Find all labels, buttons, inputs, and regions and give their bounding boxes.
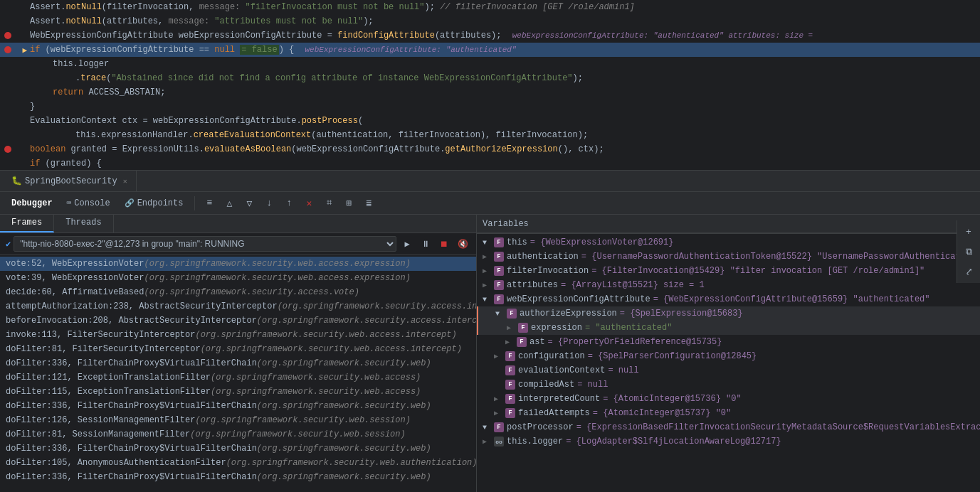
frame-item[interactable]: doFilter:105, AnonymousAuthenticationFil… [0, 456, 476, 470]
frame-class: (org.springframework.security.web) [257, 358, 431, 368]
threads-tab[interactable]: Threads [54, 215, 113, 232]
debugger-tab-button[interactable]: Debugger [6, 197, 58, 210]
step-down-button[interactable]: ▽ [241, 195, 258, 212]
frame-class: (org.springframework.security.access.int… [278, 301, 476, 311]
var-name: authentication [507, 252, 579, 262]
code-line-9: EvaluationContext ctx = webExpressionCon… [0, 114, 980, 128]
var-value: = null [577, 380, 608, 390]
var-icon: F [494, 237, 504, 247]
frame-item[interactable]: doFilter:336, FilterChainProxy$VirtualFi… [0, 442, 476, 456]
var-expression[interactable]: ▶ F expression = "authenticated" [477, 321, 980, 335]
frame-item[interactable]: vote:39, WebExpressionVoter (org.springf… [0, 271, 476, 285]
frame-item[interactable]: attemptAuthorization:238, AbstractSecuri… [0, 299, 476, 314]
expand-icon[interactable]: ▶ [483, 252, 494, 261]
expand-icon[interactable]: ▼ [483, 424, 494, 432]
var-logger[interactable]: ▶ oo this.logger = {LogAdapter$Slf4jLoca… [477, 434, 980, 449]
step-into-button[interactable]: ↓ [260, 195, 278, 212]
add-watch-button[interactable]: + [960, 223, 977, 240]
frame-name: doFilter:126, SessionManagementFilter [6, 415, 195, 425]
var-icon: F [518, 323, 528, 333]
var-interpreted-count[interactable]: ▶ F interpretedCount = {AtomicInteger@15… [477, 392, 980, 406]
evaluate-button[interactable]: ⌗ [320, 195, 337, 212]
var-web-expr-config[interactable]: ▼ F webExpressionConfigAttribute = {WebE… [477, 292, 980, 306]
more-button[interactable]: ≣ [360, 195, 377, 212]
expand-icon[interactable]: ▼ [495, 310, 507, 318]
code-content: .trace("Abstained since did not find a c… [24, 73, 980, 83]
expand-icon[interactable]: ▼ [483, 239, 494, 247]
bottom-panel: 🐛 SpringBootSecurity ✕ Debugger ⌨ Consol… [0, 171, 980, 492]
frame-item[interactable]: vote:52, WebExpressionVoter (org.springf… [0, 257, 476, 271]
var-post-processor[interactable]: ▼ F postProcessor = {ExpressionBasedFilt… [477, 420, 980, 434]
frames-tab[interactable]: Frames [0, 215, 54, 232]
var-authorize-expr[interactable]: ▼ F authorizeExpression = {SpelExpressio… [477, 306, 980, 321]
expand-icon[interactable]: ▶ [494, 352, 505, 360]
var-eval-ctx[interactable]: ▶ F evaluationContext = null [477, 363, 980, 378]
var-ast[interactable]: ▶ F ast = {PropertyOrFieldReference@1573… [477, 335, 980, 349]
var-value: = {AtomicInteger@15737} "0" [593, 408, 731, 418]
run-to-cursor[interactable]: ✕ [300, 195, 317, 212]
var-compiled-ast[interactable]: ▶ F compiledAst = null [477, 378, 980, 392]
expand-icon[interactable]: ▶ [483, 281, 494, 289]
expand-icon[interactable]: ▶ [483, 437, 494, 446]
frame-item[interactable]: doFilter:115, ExceptionTranslationFilter… [0, 385, 476, 399]
var-name: expression [531, 323, 582, 333]
frame-item[interactable]: doFilter:336, FilterChainProxy$VirtualFi… [0, 356, 476, 370]
code-content: if (webExpressionConfigAttribute == null… [24, 45, 980, 55]
thread-dropdown[interactable]: "http-nio-8080-exec-2"@12,273 in group "… [14, 236, 396, 252]
frame-class: (org.springframework.security.web.access… [211, 373, 421, 383]
frame-name: doFilter:81, SessionManagementFilter [6, 429, 190, 439]
code-line-4: ▶ if (webExpressionConfigAttribute == nu… [0, 43, 980, 57]
jump-to-source-button[interactable]: ⤤ [960, 263, 977, 280]
stop-button[interactable]: ⏹ [436, 236, 452, 252]
frame-class: (org.springframework.security.access.int… [257, 316, 476, 326]
frame-class: (org.springframework.security.web.sessio… [195, 415, 410, 425]
expand-icon[interactable]: ▶ [494, 409, 505, 417]
var-this[interactable]: ▼ F this = {WebExpressionVoter@12691} [477, 235, 980, 250]
copy-value-button[interactable]: ⧉ [960, 243, 977, 260]
var-icon: F [494, 294, 504, 304]
expand-icon[interactable]: ▼ [483, 296, 494, 304]
pause-button[interactable]: ⏸ [418, 236, 433, 252]
console-tab-button[interactable]: ⌨ Console [61, 197, 116, 210]
frame-item[interactable]: beforeInvocation:208, AbstractSecurityIn… [0, 314, 476, 328]
var-value: = {FilterInvocation@15429} "filter invoc… [591, 266, 924, 276]
endpoints-tab-button[interactable]: 🔗 Endpoints [119, 197, 189, 210]
step-out-button[interactable]: ↑ [280, 195, 297, 212]
var-name: ast [529, 337, 545, 347]
frame-item[interactable]: doFilter:121, ExceptionTranslationFilter… [0, 370, 476, 385]
var-attributes[interactable]: ▶ F attributes = {ArrayList@15521} size … [477, 278, 980, 292]
var-failed-attempts[interactable]: ▶ F failedAttempts = {AtomicInteger@1573… [477, 406, 980, 420]
frame-item[interactable]: doFilter:81, FilterSecurityInterceptor (… [0, 342, 476, 356]
expand-icon[interactable]: ▶ [483, 267, 494, 275]
expand-icon[interactable]: ▶ [494, 395, 505, 403]
frames-tabs: Frames Threads [0, 215, 476, 233]
frame-item[interactable]: doFilter:336, FilterChainProxy$VirtualFi… [0, 470, 476, 484]
code-content: Assert.notNull(attributes, message: "att… [24, 16, 980, 26]
var-authentication[interactable]: ▶ F authentication = {UsernamePasswordAu… [477, 250, 980, 264]
variables-panel: Variables + ⧉ ⤤ ▼ F this = {WebExpressio… [477, 215, 980, 492]
frame-class: (org.springframework.security.web.access… [201, 344, 462, 354]
var-configuration[interactable]: ▶ F configuration = {SpelParserConfigura… [477, 349, 980, 363]
settings-button[interactable]: ≡ [201, 195, 218, 212]
tab-debug[interactable]: 🐛 SpringBootSecurity ✕ [3, 171, 137, 191]
frame-name: doFilter:336, FilterChainProxy$VirtualFi… [6, 358, 257, 368]
frame-name: doFilter:336, FilterChainProxy$VirtualFi… [6, 401, 257, 411]
var-filter-invocation[interactable]: ▶ F filterInvocation = {FilterInvocation… [477, 264, 980, 278]
var-icon: F [494, 422, 504, 432]
console-icon: ⌨ [67, 198, 72, 208]
expand-icon[interactable]: ▶ [505, 338, 517, 346]
expand-icon[interactable]: ▶ [507, 323, 518, 332]
layout-button[interactable]: ⊞ [340, 195, 357, 212]
var-icon: F [505, 380, 515, 390]
frame-item[interactable]: decide:60, AffirmativeBased (org.springf… [0, 285, 476, 299]
frame-item[interactable]: doFilter:81, SessionManagementFilter (or… [0, 427, 476, 442]
frame-item[interactable]: invoke:113, FilterSecurityInterceptor (o… [0, 328, 476, 342]
step-over-up-button[interactable]: △ [221, 195, 238, 212]
tab-close-button[interactable]: ✕ [123, 177, 127, 186]
frame-item[interactable]: doFilter:126, SessionManagementFilter (o… [0, 413, 476, 427]
resume-button[interactable]: ▶ [399, 236, 415, 252]
frame-item[interactable]: doFilter:336, FilterChainProxy$VirtualFi… [0, 399, 476, 413]
var-icon: F [494, 252, 504, 262]
code-line-6: .trace("Abstained since did not find a c… [0, 71, 980, 85]
mute-button[interactable]: 🔇 [455, 236, 470, 252]
